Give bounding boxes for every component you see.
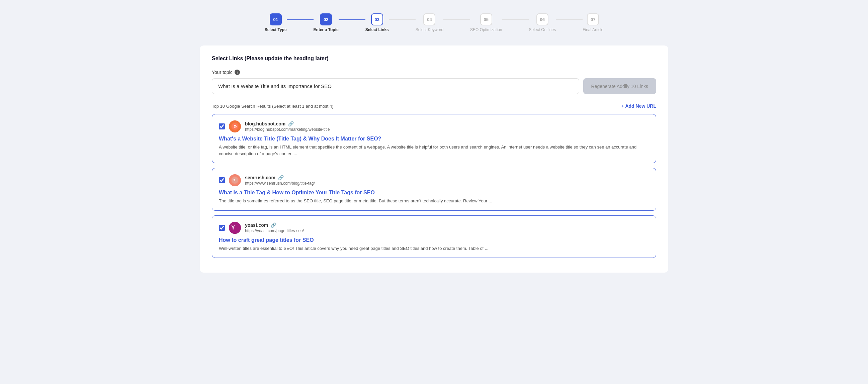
site-url-1: https://www.semrush.com/blog/title-tag/ [245, 181, 315, 186]
result-snippet-1: The title tag is sometimes referred to a… [219, 198, 649, 204]
card-header-2: Y yoast.com 🔗 https://yoast.com/page-tit… [219, 222, 649, 234]
site-info-0: blog.hubspot.com 🔗 https://blog.hubspot.… [245, 121, 330, 132]
site-name-row-2: yoast.com 🔗 [245, 222, 304, 228]
result-snippet-0: A website title, or title tag, is an HTM… [219, 144, 649, 157]
result-title-1[interactable]: What Is a Title Tag & How to Optimize Yo… [219, 190, 649, 196]
svg-point-3 [236, 126, 237, 127]
result-title-2[interactable]: How to craft great page titles for SEO [219, 237, 649, 243]
step-connector-6 [556, 20, 583, 20]
site-name-1: semrush.com [245, 175, 275, 180]
step-label-4: Select Keyword [415, 27, 443, 32]
step-label-6: Select Outlines [529, 27, 556, 32]
step-item-3: 03 Select Links [365, 13, 389, 32]
section-title: Select Links (Please update the heading … [212, 56, 656, 62]
main-card: Select Links (Please update the heading … [200, 45, 668, 273]
result-card-1: S semrush.com 🔗 https://www.semrush.com/… [212, 168, 656, 211]
site-logo-1: S [229, 174, 241, 186]
topic-label-text: Your topic [212, 70, 232, 75]
step-item-2: 02 Enter a Topic [313, 13, 339, 32]
result-title-0[interactable]: What's a Website Title (Title Tag) & Why… [219, 136, 649, 142]
stepper: 01 Select Type 02 Enter a Topic 03 Selec… [200, 7, 668, 35]
svg-text:S: S [233, 179, 235, 182]
results-list: blog.hubspot.com 🔗 https://blog.hubspot.… [212, 114, 656, 258]
step-connector-3 [389, 20, 415, 20]
info-icon[interactable]: i [235, 70, 240, 75]
step-label-7: Final Article [583, 27, 603, 32]
site-name-row-0: blog.hubspot.com 🔗 [245, 121, 330, 126]
step-item-7: 07 Final Article [583, 13, 603, 32]
link-icon-1[interactable]: 🔗 [278, 175, 284, 180]
step-item-6: 06 Select Outlines [529, 13, 556, 32]
step-item-5: 05 SEO Optimization [470, 13, 502, 32]
step-label-2: Enter a Topic [313, 27, 339, 32]
topic-row: Regenerate Addlly 10 Links [212, 78, 656, 94]
step-item-1: 01 Select Type [265, 13, 287, 32]
site-logo-2: Y [229, 222, 241, 234]
page-wrapper: 01 Select Type 02 Enter a Topic 03 Selec… [200, 7, 668, 273]
step-circle-6[interactable]: 06 [536, 13, 549, 25]
site-info-1: semrush.com 🔗 https://www.semrush.com/bl… [245, 175, 315, 186]
topic-label-row: Your topic i [212, 70, 656, 75]
step-item-4: 04 Select Keyword [415, 13, 443, 32]
step-label-1: Select Type [265, 27, 287, 32]
step-connector-1 [287, 20, 313, 20]
site-info-2: yoast.com 🔗 https://yoast.com/page-title… [245, 222, 304, 233]
link-icon-2[interactable]: 🔗 [271, 222, 276, 228]
site-logo-0 [229, 120, 241, 132]
step-circle-3[interactable]: 03 [371, 13, 383, 25]
step-circle-5[interactable]: 05 [480, 13, 492, 25]
result-card-2: Y yoast.com 🔗 https://yoast.com/page-tit… [212, 216, 656, 258]
result-checkbox-2[interactable] [219, 225, 225, 231]
results-label: Top 10 Google Search Results (Select at … [212, 104, 333, 109]
result-card-0: blog.hubspot.com 🔗 https://blog.hubspot.… [212, 114, 656, 163]
step-connector-2 [339, 20, 365, 20]
svg-point-1 [234, 125, 236, 126]
site-name-2: yoast.com [245, 222, 268, 228]
results-header: Top 10 Google Search Results (Select at … [212, 103, 656, 109]
site-url-0: https://blog.hubspot.com/marketing/websi… [245, 127, 330, 132]
card-header-1: S semrush.com 🔗 https://www.semrush.com/… [219, 174, 649, 186]
step-connector-4 [443, 20, 470, 20]
step-label-3: Select Links [365, 27, 389, 32]
result-checkbox-1[interactable] [219, 177, 225, 183]
add-url-button[interactable]: + Add New URL [621, 103, 656, 109]
result-snippet-2: Well-written titles are essential to SEO… [219, 245, 649, 252]
step-connector-5 [502, 20, 529, 20]
step-label-5: SEO Optimization [470, 27, 502, 32]
svg-text:Y: Y [231, 224, 235, 230]
result-checkbox-0[interactable] [219, 123, 225, 129]
step-circle-7[interactable]: 07 [587, 13, 599, 25]
regenerate-button[interactable]: Regenerate Addlly 10 Links [583, 78, 656, 94]
site-name-0: blog.hubspot.com [245, 121, 285, 126]
site-url-2: https://yoast.com/page-titles-seo/ [245, 228, 304, 233]
step-circle-1[interactable]: 01 [270, 13, 282, 25]
step-circle-4[interactable]: 04 [423, 13, 435, 25]
card-header-0: blog.hubspot.com 🔗 https://blog.hubspot.… [219, 120, 649, 132]
svg-rect-2 [235, 126, 236, 128]
link-icon-0[interactable]: 🔗 [288, 121, 294, 126]
topic-input[interactable] [212, 78, 579, 94]
step-circle-2[interactable]: 02 [320, 13, 332, 25]
site-name-row-1: semrush.com 🔗 [245, 175, 315, 180]
